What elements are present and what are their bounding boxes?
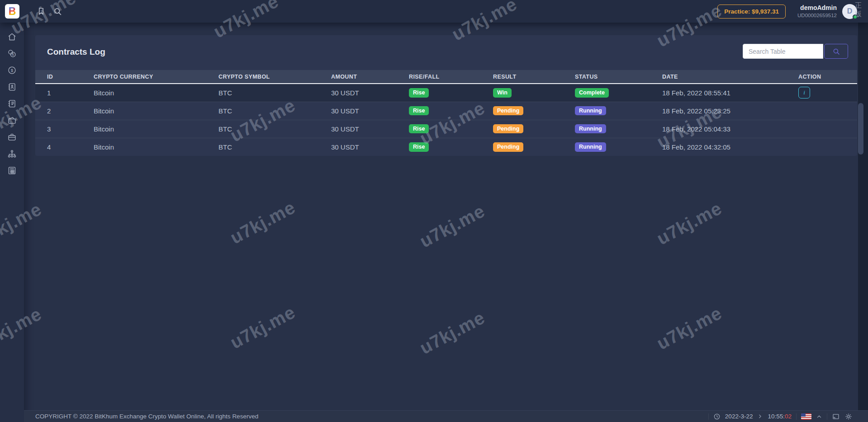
- sidebar-item-contracts[interactable]: [4, 95, 20, 112]
- topbar: B Practice: $9,937.31 demoAdmin UD000026…: [0, 0, 868, 23]
- brightness-icon[interactable]: [844, 413, 853, 421]
- cell-crypto-currency: Bitcoin: [94, 120, 218, 138]
- practice-balance-button[interactable]: Practice: $9,937.31: [717, 5, 786, 19]
- table-header-row: ID CRYPTO CURRENCY CRYPTO SYMBOL AMOUNT …: [35, 70, 857, 84]
- divider: [708, 413, 709, 420]
- logo-letter: B: [9, 6, 16, 17]
- col-result: RESULT: [493, 70, 575, 84]
- row-info-button[interactable]: i: [798, 87, 810, 98]
- col-action: ACTION: [798, 70, 857, 84]
- language-flag-us[interactable]: [801, 413, 811, 420]
- scrollbar-thumb[interactable]: [858, 103, 863, 155]
- sidebar-item-reports[interactable]: [4, 162, 20, 179]
- wallet-icon: [7, 116, 17, 125]
- search-button[interactable]: [824, 44, 848, 59]
- coins-icon: $: [7, 49, 17, 58]
- cell-crypto-symbol: BTC: [218, 120, 331, 138]
- cell-amount: 30 USDT: [331, 138, 409, 156]
- search-input[interactable]: [743, 44, 823, 59]
- sitemap-icon: [7, 149, 17, 159]
- cell-amount: 30 USDT: [331, 102, 409, 120]
- copyright-text: COPYRIGHT © 2022 BitKhum Exchange Crypto…: [35, 413, 708, 420]
- cell-crypto-symbol: BTC: [218, 102, 331, 120]
- contracts-table: ID CRYPTO CURRENCY CRYPTO SYMBOL AMOUNT …: [35, 70, 857, 156]
- cell-rise-fall: Rise: [409, 120, 493, 138]
- sidebar: $ $: [0, 23, 24, 422]
- cell-result: Pending: [493, 138, 575, 156]
- footer-date: 2022-3-22: [725, 413, 753, 420]
- cell-date: 18 Feb, 2022 08:55:41: [662, 84, 798, 102]
- status-badge: Running: [575, 106, 606, 116]
- cell-amount: 30 USDT: [331, 120, 409, 138]
- cell-status: Running: [575, 138, 662, 156]
- footer-time: 10:55:02: [768, 413, 792, 420]
- rise-fall-badge: Rise: [409, 124, 429, 134]
- cell-date: 18 Feb, 2022 04:32:05: [662, 138, 798, 156]
- cell-result: Pending: [493, 120, 575, 138]
- sidebar-item-wallet[interactable]: [4, 112, 20, 129]
- cell-action: [798, 138, 857, 156]
- briefcase-icon: [7, 132, 17, 142]
- logo[interactable]: B: [5, 4, 19, 19]
- cell-id: 3: [35, 120, 94, 138]
- dollar-coin-icon: $: [7, 66, 17, 75]
- cell-action: [798, 102, 857, 120]
- footer: COPYRIGHT © 2022 BitKhum Exchange Crypto…: [24, 410, 868, 422]
- scrollbar-track[interactable]: [858, 23, 868, 410]
- cell-id: 2: [35, 102, 94, 120]
- rise-fall-badge: Rise: [409, 88, 429, 98]
- sidebar-item-transactions[interactable]: $: [4, 62, 20, 79]
- result-badge: Win: [493, 88, 512, 98]
- table-row: 2 Bitcoin BTC 30 USDT Rise Pending Runni…: [35, 102, 857, 120]
- sidebar-item-currencies[interactable]: $: [4, 45, 20, 62]
- sidebar-item-business[interactable]: [4, 129, 20, 145]
- sidebar-item-network[interactable]: [4, 145, 20, 162]
- result-badge: Pending: [493, 142, 523, 152]
- cell-crypto-symbol: BTC: [218, 138, 331, 156]
- cell-rise-fall: Rise: [409, 84, 493, 102]
- chevron-right-icon: [757, 413, 763, 419]
- svg-text:$: $: [12, 52, 14, 56]
- cell-result: Win: [493, 84, 575, 102]
- cell-action: i: [798, 84, 857, 102]
- cell-crypto-symbol: BTC: [218, 84, 331, 102]
- sidebar-item-contacts[interactable]: [4, 79, 20, 95]
- flag-canton: [801, 413, 806, 417]
- cell-action: [798, 120, 857, 138]
- col-status: STATUS: [575, 70, 662, 84]
- table-row: 3 Bitcoin BTC 30 USDT Rise Pending Runni…: [35, 120, 857, 138]
- table-search: [743, 44, 848, 59]
- cell-rise-fall: Rise: [409, 138, 493, 156]
- divider: [827, 413, 827, 420]
- chevron-up-icon[interactable]: [816, 413, 822, 420]
- cell-date: 18 Feb, 2022 05:23:25: [662, 102, 798, 120]
- cell-crypto-currency: Bitcoin: [94, 102, 218, 120]
- divider: [796, 413, 797, 420]
- sidebar-item-home[interactable]: [4, 28, 20, 45]
- avatar[interactable]: D: [842, 4, 857, 19]
- fullscreen-icon[interactable]: [832, 413, 840, 421]
- result-badge: Pending: [493, 106, 523, 116]
- status-badge: Running: [575, 142, 606, 152]
- status-badge: Running: [575, 124, 606, 134]
- bookmark-icon[interactable]: [37, 7, 46, 16]
- search-icon[interactable]: [53, 7, 62, 16]
- cell-status: Complete: [575, 84, 662, 102]
- contracts-card: Contracts Log ID CRYPTO CURRENCY CRYPTO …: [35, 35, 857, 156]
- rise-fall-badge: Rise: [409, 106, 429, 116]
- status-badge: Complete: [575, 88, 609, 98]
- cell-crypto-currency: Bitcoin: [94, 138, 218, 156]
- ledger-icon: [7, 99, 17, 108]
- time-seconds: 02: [785, 413, 792, 420]
- cell-status: Running: [575, 120, 662, 138]
- col-crypto-currency: CRYPTO CURRENCY: [94, 70, 218, 84]
- cell-id: 4: [35, 138, 94, 156]
- col-id: ID: [35, 70, 94, 84]
- col-date: DATE: [662, 70, 798, 84]
- footer-status-bar: 2022-3-22 10:55:02: [708, 413, 853, 421]
- rise-fall-badge: Rise: [409, 142, 429, 152]
- card-header: Contracts Log: [35, 35, 857, 70]
- home-icon: [7, 32, 17, 42]
- col-crypto-symbol: CRYPTO SYMBOL: [218, 70, 331, 84]
- cell-crypto-currency: Bitcoin: [94, 84, 218, 102]
